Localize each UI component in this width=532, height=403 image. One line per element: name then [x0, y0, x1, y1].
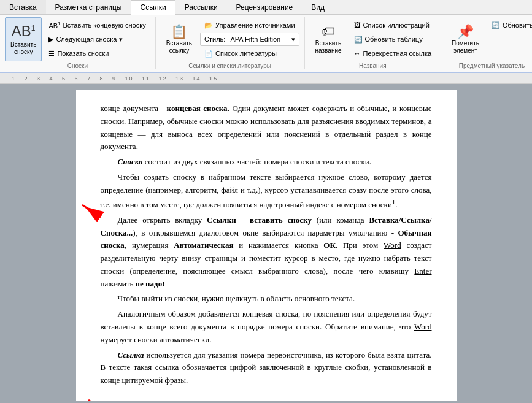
red-arrow-top — [76, 90, 104, 98]
app-window: Вставка Разметка страницы Ссылки Рассылк… — [0, 0, 532, 403]
style-dropdown[interactable]: Стиль: APA Fifth Edition ▾ — [200, 33, 299, 46]
tab-insert[interactable]: Вставка — [0, 0, 46, 14]
style-arrow-icon: ▾ — [291, 36, 295, 44]
para-2: Сноска состоит из двух связанных частей:… — [101, 156, 432, 169]
red-arrow-left — [79, 196, 104, 226]
document-area: конце документа - концевая сноска. Один … — [0, 84, 532, 403]
citations-small-group: 📂 Управление источниками Стиль: APA Fift… — [200, 17, 299, 60]
cross-reference-button[interactable]: ↔ Перекрестная ссылка — [350, 47, 436, 60]
mark-entry-button[interactable]: 📌 Пометитьэлемент — [446, 17, 485, 61]
captions-small-group: 🖼 Список иллюстраций 🔄 Обновить таблицу … — [350, 17, 436, 60]
index-group-content: 📌 Пометитьэлемент 🔄 Обновить — [446, 17, 532, 61]
footnotes-group-content: AB1 Вставитьсноску AB1 Вставить концевую… — [5, 17, 150, 61]
list-illustrations-label: Список иллюстраций — [363, 21, 430, 29]
next-footnote-dropdown-icon: ▾ — [119, 36, 123, 44]
footnote-icon: AB1 — [12, 23, 36, 40]
bibliography-button[interactable]: 📄 Список литературы — [200, 47, 299, 60]
mark-entry-label: Пометитьэлемент — [452, 40, 479, 55]
citation-icon: 📋 — [171, 24, 187, 40]
index-group-label: Предметный указатель — [446, 61, 532, 69]
manage-sources-label: Управление источниками — [215, 21, 295, 29]
para-4: Далее открыть вкладку Ссылки – вставить … — [101, 214, 432, 291]
ribbon-group-citations: 📋 Вставитьссылку 📂 Управление источникам… — [156, 17, 305, 69]
bibliography-label: Список литературы — [215, 50, 277, 57]
tab-page-layout[interactable]: Разметка страницы — [46, 0, 131, 14]
insert-footnote-label: Вставитьсноску — [10, 41, 36, 56]
tab-view[interactable]: Вид — [302, 0, 334, 14]
insert-endnote-label: Вставить концевую сноску — [63, 21, 146, 29]
insert-caption-button[interactable]: 🏷 Вставитьназвание — [310, 17, 347, 61]
ruler: · 1 · 2 · 3 · 4 · 5 · 6 · 7 · 8 · 9 · 10… — [0, 73, 532, 84]
ribbon-content: AB1 Вставитьсноску AB1 Вставить концевую… — [0, 15, 532, 73]
insert-caption-label: Вставитьназвание — [315, 40, 342, 55]
insert-endnote-button[interactable]: AB1 Вставить концевую сноску — [44, 18, 150, 32]
update-index-button[interactable]: 🔄 Обновить — [487, 18, 532, 32]
document-text: конце документа - концевая сноска. Один … — [101, 102, 432, 401]
insert-citation-button[interactable]: 📋 Вставитьссылку — [161, 17, 198, 61]
footnotes-group-label: Сноски — [5, 61, 150, 69]
para-5: Чтобы выйти из сноски, нужно щелкнуть в … — [101, 293, 432, 305]
next-footnote-icon: ▶ — [48, 36, 53, 44]
ribbon-group-index: 📌 Пометитьэлемент 🔄 Обновить Предметный … — [441, 17, 532, 69]
svg-line-3 — [82, 205, 101, 217]
insert-citation-label: Вставитьссылку — [166, 40, 192, 55]
footnote-content: 1| — [101, 400, 432, 401]
manage-sources-button[interactable]: 📂 Управление источниками — [200, 18, 299, 32]
para-7: Ссылка используется для указания номера … — [101, 349, 432, 387]
index-small-group: 🔄 Обновить — [487, 17, 532, 32]
citations-group-label: Ссылки и списки литературы — [161, 61, 299, 69]
update-index-icon: 🔄 — [492, 21, 500, 29]
footnotes-small-group: AB1 Вставить концевую сноску ▶ Следующая… — [44, 17, 150, 60]
update-table-label: Обновить таблицу — [365, 36, 423, 43]
ribbon-group-footnotes: AB1 Вставитьсноску AB1 Вставить концевую… — [0, 17, 156, 69]
tab-review[interactable]: Рецензирование — [227, 0, 303, 14]
bibliography-icon: 📄 — [204, 50, 213, 58]
endnote-icon: AB1 — [48, 21, 60, 29]
next-footnote-button[interactable]: ▶ Следующая сноска ▾ — [44, 33, 150, 46]
cross-reference-label: Перекрестная ссылка — [363, 50, 432, 57]
caption-icon: 🏷 — [322, 24, 335, 40]
list-illustrations-button[interactable]: 🖼 Список иллюстраций — [350, 18, 436, 32]
captions-group-label: Названия — [310, 61, 436, 69]
show-footnotes-icon: ☰ — [48, 50, 55, 58]
tab-references[interactable]: Ссылки — [131, 0, 175, 15]
list-illustrations-icon: 🖼 — [354, 21, 361, 29]
mark-entry-icon: 📌 — [457, 24, 474, 40]
tab-mailings[interactable]: Рассылки — [175, 0, 227, 14]
manage-sources-icon: 📂 — [204, 21, 213, 29]
update-table-icon: 🔄 — [354, 36, 363, 44]
style-value: APA Fifth Edition — [230, 36, 288, 43]
style-label: Стиль: — [204, 36, 225, 43]
para-6: Аналогичным образом добавляется концевая… — [101, 308, 432, 346]
show-footnotes-label: Показать сноски — [57, 50, 109, 57]
show-footnotes-button[interactable]: ☰ Показать сноски — [44, 47, 150, 60]
cross-reference-icon: ↔ — [354, 50, 361, 57]
para-3: Чтобы создать сноску в набранном тексте … — [101, 171, 432, 212]
ribbon-tabs: Вставка Разметка страницы Ссылки Рассылк… — [0, 0, 532, 15]
footnote-area: 1| — [101, 397, 432, 401]
insert-footnote-button[interactable]: AB1 Вставитьсноску — [5, 17, 42, 61]
ribbon-group-captions: 🏷 Вставитьназвание 🖼 Список иллюстраций … — [305, 17, 442, 69]
captions-group-content: 🏷 Вставитьназвание 🖼 Список иллюстраций … — [310, 17, 436, 61]
next-footnote-label: Следующая сноска — [56, 36, 117, 43]
footnote-separator — [101, 397, 150, 397]
update-index-label: Обновить — [503, 21, 532, 29]
document-page: конце документа - концевая сноска. Один … — [76, 90, 457, 401]
para-1: конце документа - концевая сноска. Один … — [101, 102, 432, 153]
citations-group-content: 📋 Вставитьссылку 📂 Управление источникам… — [161, 17, 299, 61]
ruler-marks: · 1 · 2 · 3 · 4 · 5 · 6 · 7 · 8 · 9 · 10… — [6, 75, 223, 82]
update-table-button[interactable]: 🔄 Обновить таблицу — [350, 33, 436, 46]
